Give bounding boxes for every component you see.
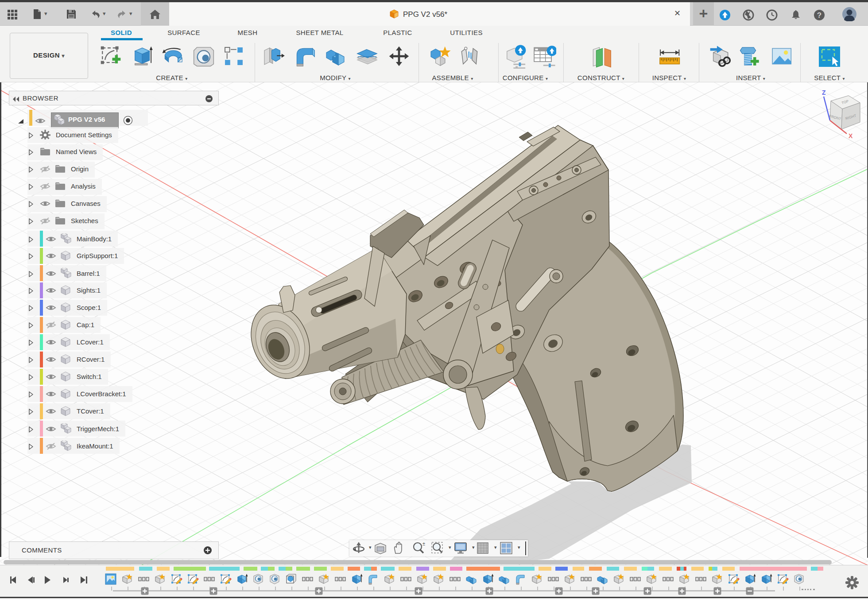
svg-text:±: ± bbox=[422, 541, 425, 546]
svg-text:X: X bbox=[849, 132, 853, 139]
svg-text:Z: Z bbox=[822, 89, 826, 96]
svg-text:?: ? bbox=[817, 11, 822, 19]
